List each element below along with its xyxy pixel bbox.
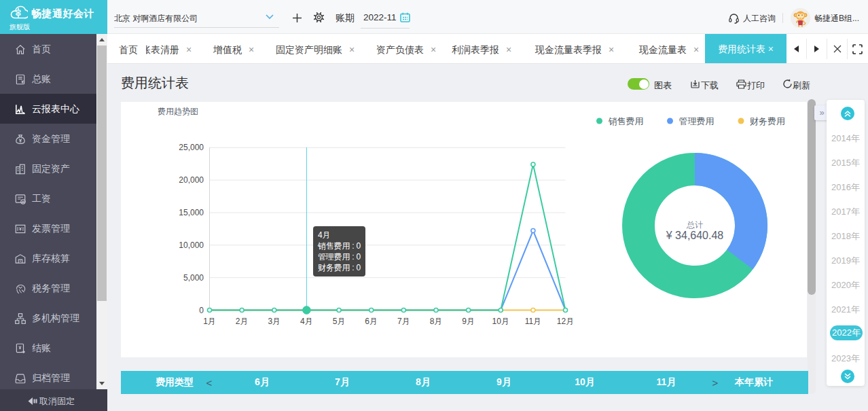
svg-text:20,000: 20,000 xyxy=(179,175,204,185)
svg-text:15,000: 15,000 xyxy=(179,208,204,217)
svg-text:7月: 7月 xyxy=(397,317,410,326)
svg-text:财务费用: 财务费用 xyxy=(750,116,785,126)
svg-text:1月: 1月 xyxy=(203,317,216,326)
svg-text:2月: 2月 xyxy=(236,317,249,326)
svg-text:10,000: 10,000 xyxy=(179,240,204,250)
svg-text:0: 0 xyxy=(199,306,204,315)
svg-text:6月: 6月 xyxy=(365,317,378,326)
svg-text:9月: 9月 xyxy=(462,317,475,326)
svg-text:12月: 12月 xyxy=(557,317,574,326)
svg-text:25,000: 25,000 xyxy=(179,143,204,152)
svg-text:4月: 4月 xyxy=(300,317,313,326)
svg-text:11月: 11月 xyxy=(525,317,541,326)
svg-text:5月: 5月 xyxy=(333,317,346,326)
svg-text:管理费用: 管理费用 xyxy=(679,116,715,126)
svg-text:总计: 总计 xyxy=(686,220,703,230)
svg-text:销售费用: 销售费用 xyxy=(609,116,644,126)
svg-text:5,000: 5,000 xyxy=(183,273,204,283)
svg-text:3月: 3月 xyxy=(268,317,281,326)
svg-text:¥ 34,640.48: ¥ 34,640.48 xyxy=(666,230,724,241)
svg-text:8月: 8月 xyxy=(430,317,443,326)
svg-text:10月: 10月 xyxy=(492,317,509,326)
